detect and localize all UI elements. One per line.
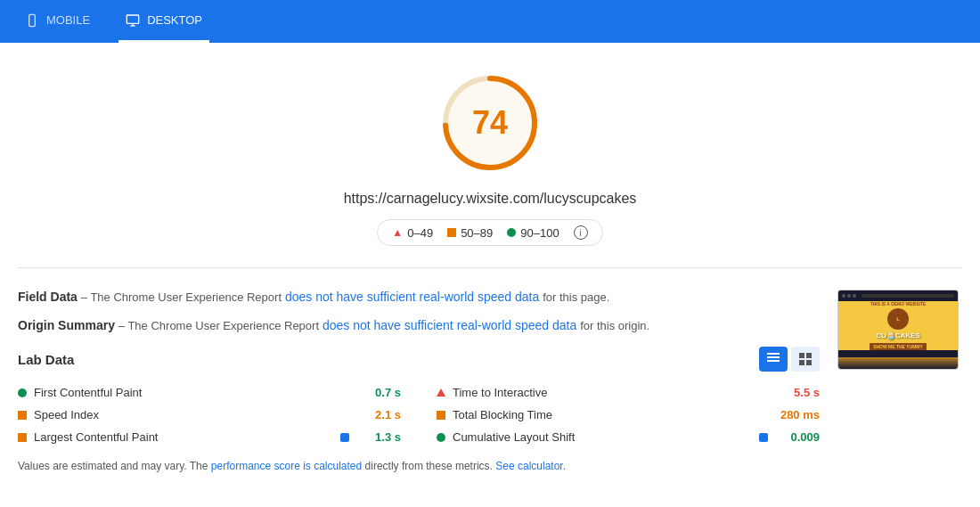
thumb-content: THIS IS A DEMO WEBSITE L CU🧁CAKES SHOW M… (870, 301, 927, 350)
thumb-dot-2 (847, 294, 851, 298)
header: MOBILE DESKTOP (0, 0, 980, 43)
metric-tbt: Total Blocking Time 280 ms (437, 408, 820, 421)
origin-summary-section: Origin Summary – The Chrome User Experie… (18, 318, 820, 332)
origin-summary-text: The Chrome User Experience Report (127, 319, 319, 332)
fcp-name: First Contentful Paint (34, 386, 349, 399)
thumb-dot-3 (853, 294, 856, 298)
metrics-row-3: Largest Contentful Paint 1.3 s Cumulativ… (18, 430, 820, 444)
screenshot-thumbnail: THIS IS A DEMO WEBSITE L CU🧁CAKES SHOW M… (837, 290, 959, 370)
legend-red-range: 0–49 (407, 226, 433, 240)
lab-data-title: Lab Data (18, 352, 74, 367)
legend-orange: 50–89 (447, 226, 493, 240)
metric-si: Speed Index 2.1 s (18, 408, 401, 421)
right-panel: THIS IS A DEMO WEBSITE L CU🧁CAKES SHOW M… (837, 290, 962, 474)
tti-name: Time to Interactive (453, 386, 768, 399)
svg-rect-11 (806, 353, 812, 358)
lcp-value: 1.3 s (356, 430, 401, 444)
svg-rect-9 (767, 360, 780, 362)
tti-value: 5.5 s (775, 386, 820, 399)
si-indicator (18, 411, 27, 420)
field-data-section: Field Data – The Chrome User Experience … (18, 290, 820, 304)
view-list-button[interactable] (759, 347, 788, 372)
main-content: 74 https://carnagelucy.wixsite.com/lucys… (0, 43, 980, 507)
calculator-link[interactable]: See calculator. (495, 460, 566, 472)
footnote-text1: Values are estimated and may vary. The (18, 460, 208, 472)
metrics-table: First Contentful Paint 0.7 s Time to Int… (18, 386, 820, 444)
metrics-row-2: Speed Index 2.1 s Total Blocking Time 28… (18, 408, 820, 421)
si-name: Speed Index (34, 408, 349, 421)
lcp-name: Largest Contentful Paint (34, 430, 331, 444)
field-data-suffix: for this page. (543, 290, 609, 304)
thumb-dot-1 (842, 294, 845, 298)
si-value: 2.1 s (356, 408, 401, 421)
page-url: https://carnagelucy.wixsite.com/lucyscup… (344, 191, 637, 207)
view-grid-button[interactable] (791, 347, 820, 372)
origin-summary-separator: – (118, 319, 128, 332)
metrics-spacer-1 (401, 386, 437, 399)
origin-summary-title: Origin Summary (18, 318, 115, 332)
score-value: 74 (472, 104, 508, 142)
field-data-separator: – (81, 290, 91, 304)
metrics-row-1: First Contentful Paint 0.7 s Time to Int… (18, 386, 820, 399)
lcp-indicator (18, 433, 27, 442)
circle-green-icon (507, 228, 516, 237)
thumb-browser-bar (838, 290, 958, 301)
tti-indicator (437, 388, 445, 397)
field-data-text: The Chrome User Experience Report (90, 290, 282, 304)
footnote-text2: directly from these metrics. (365, 460, 493, 472)
origin-summary-link[interactable]: does not have sufficient real-world spee… (323, 318, 576, 332)
thumb-address-bar (862, 294, 954, 298)
fcp-value: 0.7 s (356, 386, 401, 399)
thumb-cta: SHOW ME THE YUMMY (870, 343, 927, 350)
cls-value: 0.009 (775, 430, 820, 444)
tbt-name: Total Blocking Time (453, 408, 768, 421)
grid-icon (799, 353, 812, 365)
tab-desktop[interactable]: DESKTOP (118, 1, 209, 43)
svg-rect-10 (799, 353, 804, 358)
performance-score-link[interactable]: performance score is calculated (211, 460, 362, 472)
left-panel: Field Data – The Chrome User Experience … (18, 290, 820, 474)
legend-green: 90–100 (507, 226, 559, 240)
field-data-link[interactable]: does not have sufficient real-world spee… (285, 290, 539, 304)
metric-tti: Time to Interactive 5.5 s (437, 386, 820, 399)
legend-green-range: 90–100 (520, 226, 559, 240)
tbt-value: 280 ms (775, 408, 820, 421)
tab-desktop-label: DESKTOP (147, 13, 202, 27)
square-orange-icon (447, 228, 456, 237)
svg-rect-2 (127, 15, 138, 23)
metrics-spacer-3 (401, 430, 437, 444)
cls-indicator (437, 433, 445, 442)
lab-data-header: Lab Data (18, 347, 820, 372)
legend-orange-range: 50–89 (461, 226, 493, 240)
desktop-icon (126, 13, 140, 28)
triangle-red-icon: ▲ (392, 226, 403, 239)
legend-red: ▲ 0–49 (392, 226, 433, 240)
tab-mobile-label: MOBILE (46, 13, 90, 27)
svg-rect-7 (767, 353, 780, 355)
metrics-spacer-2 (401, 408, 437, 421)
metric-fcp: First Contentful Paint 0.7 s (18, 386, 401, 399)
lcp-badge-icon (340, 433, 349, 442)
thumb-brand: CU🧁CAKES (870, 331, 927, 340)
view-toggle (759, 347, 820, 372)
thumb-tagline: THIS IS A DEMO WEBSITE (870, 301, 927, 307)
field-data-title: Field Data (18, 290, 78, 304)
fcp-indicator (18, 388, 27, 397)
svg-rect-12 (799, 360, 804, 365)
metric-lcp: Largest Contentful Paint 1.3 s (18, 430, 401, 444)
thumb-footer (838, 350, 958, 357)
cls-badge-icon (759, 433, 768, 442)
thumb-body: THIS IS A DEMO WEBSITE L CU🧁CAKES SHOW M… (838, 301, 958, 350)
score-legend: ▲ 0–49 50–89 90–100 i (377, 219, 602, 246)
tab-mobile[interactable]: MOBILE (18, 1, 97, 43)
content-area: Field Data – The Chrome User Experience … (18, 268, 962, 495)
svg-rect-13 (806, 360, 812, 365)
thumb-logo-text: L (896, 316, 900, 322)
mobile-icon (25, 13, 39, 28)
score-circle: 74 (437, 70, 543, 176)
origin-summary-suffix: for this origin. (580, 319, 649, 332)
footnote: Values are estimated and may vary. The p… (18, 458, 820, 474)
list-icon (767, 353, 780, 365)
legend-info-icon[interactable]: i (574, 225, 588, 240)
tbt-indicator (437, 411, 445, 420)
